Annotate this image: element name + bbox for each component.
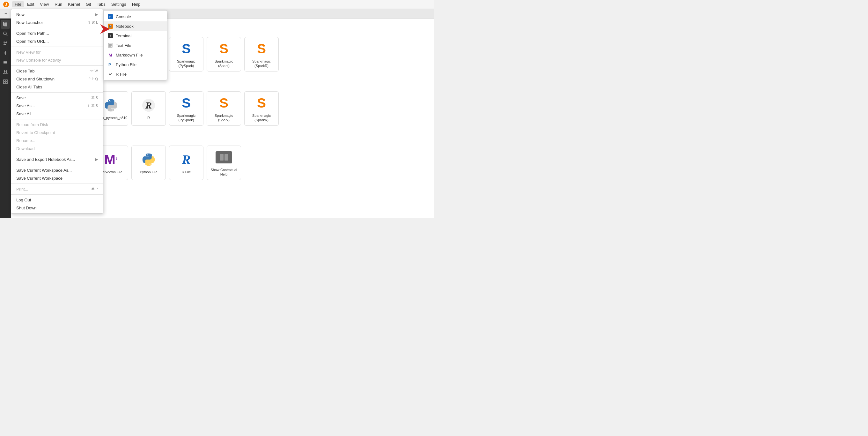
notebook-kernel-label-4: Sparkmagic (PySpark)	[172, 59, 200, 68]
svg-point-37	[112, 110, 113, 111]
menu-item-logout[interactable]: Log Out	[11, 196, 103, 204]
divider-9	[11, 194, 103, 195]
divider-2	[11, 47, 103, 47]
console-kernel-card-4[interactable]: S Sparkmagic (PySpark)	[169, 91, 204, 126]
menu-file[interactable]: File	[12, 1, 24, 7]
other-item-card-4[interactable]: R R File	[169, 146, 204, 180]
svg-point-6	[3, 41, 5, 43]
menu-tabs[interactable]: Tabs	[94, 1, 108, 7]
menu-help[interactable]: Help	[129, 1, 143, 7]
menu-item-save[interactable]: Save ⌘ S	[11, 94, 103, 102]
svg-rect-13	[3, 63, 7, 64]
close-tab-shortcut: ⌥ W	[90, 69, 98, 73]
menu-item-revert: Revert to Checkpoint	[11, 128, 103, 137]
rfile-submenu-icon: R	[107, 71, 113, 77]
save-as-shortcut: ⇧ ⌘ S	[87, 104, 98, 108]
menu-item-new-launcher[interactable]: New Launcher ⇧ ⌘ L	[11, 19, 103, 27]
svg-point-10	[5, 52, 6, 54]
menu-item-close-shutdown[interactable]: Close and Shutdown ^ ⇧ Q	[11, 75, 103, 83]
divider-3	[11, 65, 103, 66]
console-kernel-card-6[interactable]: S Sparkmagic (SparkR)	[244, 91, 279, 126]
print-shortcut: ⌘ P	[91, 187, 98, 191]
menu-item-open-path[interactable]: Open from Path...	[11, 29, 103, 37]
menu-item-new[interactable]: New ▶	[11, 10, 103, 19]
menu-item-save-workspace-as[interactable]: Save Current Workspace As...	[11, 166, 103, 174]
menu-item-export[interactable]: Save and Export Notebook As... ▶	[11, 155, 103, 164]
svg-line-5	[6, 34, 7, 36]
new-submenu-rfile[interactable]: R R File	[104, 69, 167, 79]
sidebar-list-icon[interactable]	[1, 58, 10, 67]
file-menu-dropdown: New ▶ New Launcher ⇧ ⌘ L Open from Path.…	[11, 9, 103, 213]
new-submenu: ▶ Console 📓 Notebook $ Terminal	[103, 10, 167, 81]
new-submenu-terminal[interactable]: $ Terminal	[104, 31, 167, 40]
sidebar-files-icon[interactable]	[1, 20, 10, 29]
menu-kernel[interactable]: Kernel	[65, 1, 83, 7]
menu-run[interactable]: Run	[52, 1, 65, 7]
new-submenu-python[interactable]: P Python File	[104, 60, 167, 69]
other-item-card-5[interactable]: Show Contextual Help	[207, 146, 241, 180]
divider-5	[11, 119, 103, 119]
other-item-icon-5	[216, 149, 232, 166]
new-submenu-textfile[interactable]: Text File	[104, 40, 167, 50]
console-kernel-card-5[interactable]: S Sparkmagic (Spark)	[207, 91, 241, 126]
svg-rect-3	[4, 23, 7, 26]
new-submenu-console[interactable]: ▶ Console	[104, 12, 167, 21]
console-kernel-icon-3: R	[140, 97, 157, 114]
menu-item-shutdown[interactable]: Shut Down	[11, 204, 103, 212]
divider-6	[11, 154, 103, 154]
svg-point-8	[3, 44, 5, 45]
sidebar-puzzle-icon[interactable]	[1, 77, 10, 86]
console-kernel-icon-4: S	[178, 95, 194, 111]
new-tab-button[interactable]: +	[1, 9, 10, 18]
notebook-kernel-card-4[interactable]: S Sparkmagic (PySpark)	[169, 37, 204, 71]
svg-rect-18	[6, 82, 7, 84]
console-kernel-icon-6: S	[253, 95, 270, 111]
console-kernel-label-5: Sparkmagic (Spark)	[210, 113, 238, 122]
svg-text:J: J	[5, 3, 7, 6]
menu-item-new-console: New Console for Activity	[11, 56, 103, 64]
menu-item-close-tab[interactable]: Close Tab ⌥ W	[11, 67, 103, 75]
sidebar	[0, 19, 11, 218]
menu-settings[interactable]: Settings	[109, 1, 129, 7]
console-kernel-label-4: Sparkmagic (PySpark)	[172, 113, 200, 122]
notebook-kernel-label-5: Sparkmagic (Spark)	[210, 59, 238, 68]
other-item-icon-2: M ↓	[103, 151, 119, 168]
notebook-kernel-card-6[interactable]: S Sparkmagic (SparkR)	[244, 37, 279, 71]
sidebar-git-icon[interactable]	[1, 39, 10, 48]
console-kernel-card-3[interactable]: R R	[131, 91, 166, 126]
menu-item-save-all[interactable]: Save All	[11, 110, 103, 118]
svg-rect-12	[3, 62, 7, 63]
svg-point-40	[147, 154, 148, 155]
divider-1	[11, 28, 103, 28]
svg-point-36	[109, 100, 110, 101]
notebook-kernel-card-5[interactable]: S Sparkmagic (Spark)	[207, 37, 241, 71]
menu-git[interactable]: Git	[83, 1, 94, 7]
svg-point-7	[6, 41, 7, 43]
menu-view[interactable]: View	[37, 1, 51, 7]
menu-item-print: Print... ⌘ P	[11, 185, 103, 193]
console-submenu-icon: ▶	[107, 14, 113, 20]
other-item-card-3[interactable]: Python File	[131, 146, 166, 180]
notebook-kernel-icon-5: S	[216, 40, 232, 57]
sidebar-search-icon[interactable]	[1, 29, 10, 38]
console-kernel-icon-5: S	[216, 95, 232, 111]
other-item-label-4: R File	[182, 170, 191, 174]
notebook-kernel-icon-6: S	[253, 40, 270, 57]
menu-item-close-all[interactable]: Close All Tabs	[11, 83, 103, 91]
menu-item-open-url[interactable]: Open from URL...	[11, 37, 103, 45]
svg-rect-17	[3, 82, 5, 84]
new-submenu-markdown[interactable]: M Markdown File	[104, 50, 167, 60]
menu-item-reload: Reload from Disk	[11, 121, 103, 128]
menu-edit[interactable]: Edit	[25, 1, 37, 7]
other-item-icon-3	[140, 151, 157, 168]
sidebar-property-icon[interactable]	[1, 49, 10, 57]
console-kernel-label-3: R	[147, 116, 150, 120]
other-item-icon-4: R	[178, 151, 194, 168]
other-item-label-5: Show Contextual Help	[210, 168, 238, 177]
console-kernel-label-6: Sparkmagic (SparkR)	[247, 113, 276, 122]
sidebar-beaker-icon[interactable]	[1, 68, 10, 77]
new-submenu-notebook[interactable]: 📓 Notebook	[104, 21, 167, 31]
notebook-kernel-icon-4: S	[178, 40, 194, 57]
menu-item-save-as[interactable]: Save As... ⇧ ⌘ S	[11, 102, 103, 110]
menu-item-save-workspace[interactable]: Save Current Workspace	[11, 174, 103, 182]
